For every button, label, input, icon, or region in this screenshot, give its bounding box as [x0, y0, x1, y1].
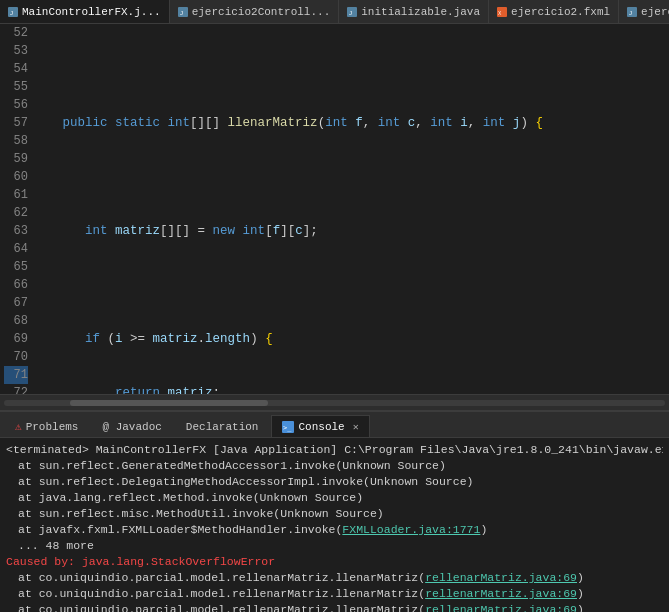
fxmlloader-link[interactable]: FXMLLoader.java:1771	[342, 523, 480, 536]
code-lines[interactable]: public static int[][] llenarMatriz(int f…	[36, 24, 669, 394]
svg-text:>_: >_	[283, 424, 292, 432]
close-console-icon[interactable]: ✕	[353, 421, 359, 433]
stack-link-3[interactable]: rellenarMatriz.java:69	[425, 603, 577, 612]
tab-label: MainControllerFX.j...	[22, 6, 161, 18]
java-icon-2: J	[178, 7, 188, 17]
line-numbers: 52 53 54 55 56 57 58 59 60 61 62 63 64 6…	[0, 24, 36, 394]
tab-label-3: initializable.java	[361, 6, 480, 18]
console-line-5: at javafx.fxml.FXMLLoader$MethodHandler.…	[6, 522, 663, 538]
code-line-54	[40, 168, 669, 186]
declaration-label: Declaration	[186, 421, 259, 433]
bottom-panel: ⚠ Problems @ Javadoc Declaration >_ Cons…	[0, 410, 669, 612]
javadoc-label: @ Javadoc	[102, 421, 161, 433]
code-line-53: public static int[][] llenarMatriz(int f…	[40, 114, 669, 132]
code-line-57: if (i >= matriz.length) {	[40, 330, 669, 348]
console-terminated-line: <terminated> MainControllerFX [Java Appl…	[6, 442, 663, 458]
tab-main-controller[interactable]: J MainControllerFX.j...	[0, 0, 170, 24]
console-error-line-3: at co.uniquindio.parcial.model.rellenarM…	[6, 602, 663, 612]
tab-declaration[interactable]: Declaration	[175, 415, 270, 437]
console-error-line-2: at co.uniquindio.parcial.model.rellenarM…	[6, 586, 663, 602]
console-label: Console	[298, 421, 344, 433]
console-line-4: at sun.reflect.misc.MethodUtil.invoke(Un…	[6, 506, 663, 522]
tab-console[interactable]: >_ Console ✕	[271, 415, 369, 437]
panel-tab-bar: ⚠ Problems @ Javadoc Declaration >_ Cons…	[0, 412, 669, 438]
code-editor: 52 53 54 55 56 57 58 59 60 61 62 63 64 6…	[0, 24, 669, 394]
scrollbar-track[interactable]	[4, 400, 665, 406]
tab-label-4: ejercicio2.fxml	[511, 6, 610, 18]
tab-problems[interactable]: ⚠ Problems	[4, 415, 89, 437]
java-icon-3: J	[347, 7, 357, 17]
console-line-1: at sun.reflect.GeneratedMethodAccessor1.…	[6, 458, 663, 474]
console-error-line-1: at co.uniquindio.parcial.model.rellenarM…	[6, 570, 663, 586]
console-line-2: at sun.reflect.DelegatingMethodAccessorI…	[6, 474, 663, 490]
code-line-58: return matriz;	[40, 384, 669, 394]
java-icon-4: J	[627, 7, 637, 17]
tab-ejercicio1[interactable]: J ejercicio1Con...	[619, 0, 669, 24]
console-caused-by: Caused by: java.lang.StackOverflowError	[6, 554, 663, 570]
code-line-55: int matriz[][] = new int[f][c];	[40, 222, 669, 240]
tab-bar: J MainControllerFX.j... J ejercicio2Cont…	[0, 0, 669, 24]
console-output: <terminated> MainControllerFX [Java Appl…	[0, 438, 669, 612]
fxml-icon: X	[497, 7, 507, 17]
code-line-52	[40, 60, 669, 78]
tab-label-5: ejercicio1Con...	[641, 6, 669, 18]
svg-text:J: J	[349, 10, 352, 16]
stack-link-2[interactable]: rellenarMatriz.java:69	[425, 587, 577, 600]
svg-text:J: J	[629, 10, 632, 16]
stack-link-1[interactable]: rellenarMatriz.java:69	[425, 571, 577, 584]
tab-fxml[interactable]: X ejercicio2.fxml	[489, 0, 619, 24]
console-line-3: at java.lang.reflect.Method.invoke(Unkno…	[6, 490, 663, 506]
svg-text:J: J	[10, 10, 13, 16]
console-icon: >_	[282, 421, 294, 433]
tab-label-2: ejercicio2Controll...	[192, 6, 331, 18]
scrollbar-thumb[interactable]	[70, 400, 268, 406]
tab-javadoc[interactable]: @ Javadoc	[91, 415, 172, 437]
code-line-56	[40, 276, 669, 294]
horizontal-scrollbar[interactable]	[0, 394, 669, 410]
console-line-6: ... 48 more	[6, 538, 663, 554]
tab-ejercicio2[interactable]: J ejercicio2Controll...	[170, 0, 340, 24]
tab-problems-label: Problems	[26, 421, 79, 433]
tab-initializable[interactable]: J initializable.java	[339, 0, 489, 24]
java-icon: J	[8, 7, 18, 17]
problems-icon: ⚠	[15, 420, 22, 433]
svg-text:J: J	[180, 10, 183, 16]
